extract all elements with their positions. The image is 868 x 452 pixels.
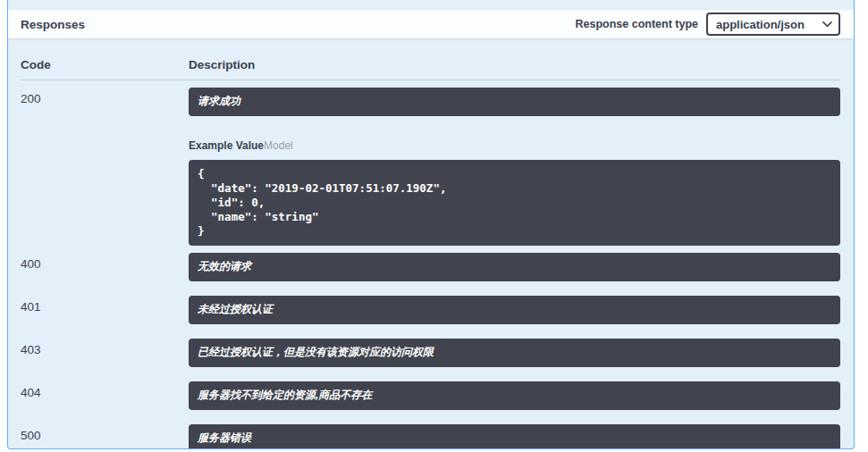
response-description: 服务器找不到给定的资源,商品不存在 [189, 381, 840, 410]
content-type-select-wrap: application/json [706, 13, 840, 36]
tab-model[interactable]: Model [264, 139, 293, 152]
response-description: 未经过授权认证 [189, 296, 840, 324]
response-code: 404 [21, 381, 189, 410]
model-example-tabs: Example Value Model [189, 139, 840, 152]
response-code: 500 [21, 424, 189, 449]
response-description-cell: 请求成功 Example Value Model { "date": "2019… [189, 88, 840, 246]
response-row-403: 403 已经过授权认证，但是没有该资源对应的访问权限 [21, 331, 840, 374]
response-code: 403 [21, 339, 189, 367]
response-code: 200 [21, 88, 189, 246]
description-column-header: Description [189, 58, 840, 71]
response-description-cell: 已经过授权认证，但是没有该资源对应的访问权限 [189, 339, 840, 367]
content-type-group: Response content type application/json [575, 13, 840, 36]
table-header-row: Code Description [21, 58, 840, 80]
response-row-400: 400 无效的请求 [21, 246, 840, 289]
responses-section-header: Responses Response content type applicat… [8, 10, 854, 38]
response-code: 401 [21, 296, 189, 324]
response-description-cell: 未经过授权认证 [189, 296, 840, 324]
responses-title: Responses [21, 18, 85, 31]
response-description-cell: 无效的请求 [189, 253, 840, 281]
content-type-label: Response content type [575, 18, 698, 30]
panel-top-spacer [8, 0, 854, 10]
response-description: 请求成功 [189, 88, 840, 116]
response-description: 无效的请求 [189, 253, 840, 281]
response-row-200: 200 请求成功 Example Value Model { "date": "… [21, 80, 840, 246]
response-code: 400 [21, 253, 189, 281]
response-description-cell: 服务器错误 [189, 424, 840, 449]
responses-panel: Responses Response content type applicat… [7, 0, 855, 449]
response-description: 已经过授权认证，但是没有该资源对应的访问权限 [189, 339, 840, 367]
tab-example-value[interactable]: Example Value [189, 139, 264, 152]
response-description-cell: 服务器找不到给定的资源,商品不存在 [189, 381, 840, 410]
example-json-block: { "date": "2019-02-01T07:51:07.190Z", "i… [189, 160, 840, 246]
responses-table: Code Description 200 请求成功 Example Value … [8, 58, 854, 449]
content-type-select[interactable]: application/json [706, 13, 840, 36]
response-row-500: 500 服务器错误 [21, 417, 840, 449]
response-row-401: 401 未经过授权认证 [21, 289, 840, 331]
response-description: 服务器错误 [189, 424, 840, 449]
response-row-404: 404 服务器找不到给定的资源,商品不存在 [21, 374, 840, 417]
code-column-header: Code [21, 58, 189, 71]
